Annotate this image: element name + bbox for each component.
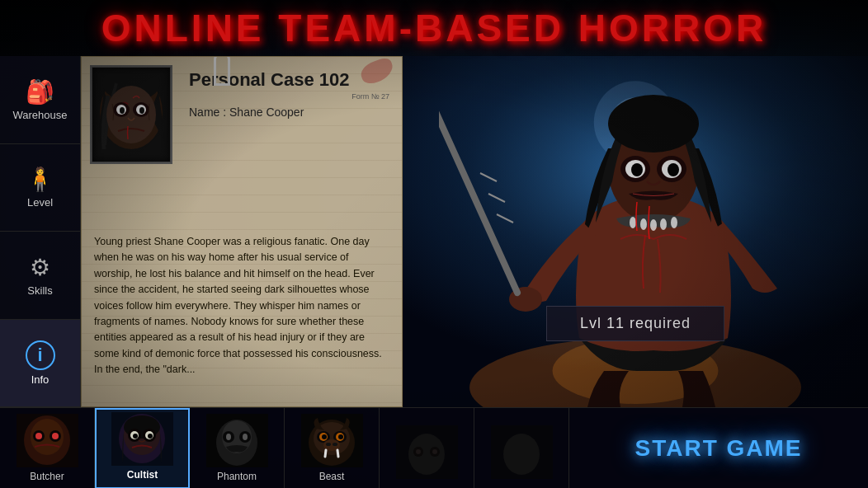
- svg-point-22: [631, 163, 643, 176]
- case-name: Name : Shane Cooper: [189, 106, 389, 119]
- sidebar-label-level: Level: [27, 196, 53, 209]
- char-avatar-butcher: [14, 411, 80, 469]
- level-badge: Lvl 11 required: [546, 306, 724, 341]
- butcher-portrait: [17, 414, 78, 467]
- char-slot-6[interactable]: [474, 408, 569, 488]
- svg-point-17: [608, 95, 699, 152]
- level-icon: 🧍: [26, 166, 54, 193]
- svg-point-74: [333, 443, 337, 446]
- slot6-portrait: [491, 425, 553, 479]
- svg-point-25: [640, 218, 647, 230]
- svg-line-31: [439, 82, 517, 293]
- char-slot-butcher[interactable]: Butcher: [0, 408, 95, 488]
- sidebar-label-warehouse: Warehouse: [13, 109, 68, 121]
- photo-border: [92, 67, 171, 162]
- svg-line-32: [497, 214, 513, 223]
- beast-portrait: [301, 414, 363, 467]
- svg-point-76: [408, 434, 445, 475]
- warehouse-icon: 🎒: [26, 78, 54, 106]
- monster-area: Lvl 11 required: [403, 56, 868, 407]
- character-bar: Butcher: [0, 407, 868, 488]
- char-slot-phantom[interactable]: Phantom: [190, 408, 285, 488]
- svg-point-70: [322, 434, 327, 439]
- level-required-text: Lvl 11 required: [580, 315, 691, 331]
- svg-point-44: [35, 433, 42, 439]
- sidebar-item-skills[interactable]: ⚙ Skills: [0, 232, 80, 320]
- sidebar-item-warehouse[interactable]: 🎒 Warehouse: [0, 56, 80, 144]
- svg-point-26: [650, 219, 657, 231]
- char-avatar-beast: [299, 411, 365, 469]
- title-bar: ONLINE TEAM-BASED HORROR: [0, 0, 868, 56]
- svg-point-24: [630, 217, 636, 228]
- char-avatar-cultist: [110, 410, 176, 467]
- paper-clip: [214, 56, 230, 86]
- svg-point-54: [133, 434, 138, 439]
- char-name-phantom: Phantom: [217, 471, 257, 482]
- svg-point-55: [148, 434, 153, 439]
- svg-line-33: [488, 194, 505, 202]
- case-description: Young priest Shane Cooper was a religiou…: [82, 127, 402, 390]
- slot5-portrait: [396, 425, 458, 479]
- char-avatar-phantom: [204, 411, 270, 469]
- svg-point-79: [416, 449, 421, 454]
- monster-svg: [439, 58, 868, 407]
- char-avatar-5: [394, 423, 460, 481]
- start-game-label: START GAME: [634, 435, 802, 462]
- svg-point-45: [52, 433, 59, 439]
- char-avatar-6: [488, 423, 554, 481]
- char-name-cultist: Cultist: [127, 469, 158, 481]
- char-name-butcher: Butcher: [30, 471, 64, 482]
- svg-point-71: [338, 434, 343, 439]
- svg-point-61: [226, 434, 231, 440]
- start-game-button[interactable]: START GAME: [569, 408, 868, 488]
- svg-point-23: [668, 163, 679, 176]
- char-slot-beast[interactable]: Beast: [285, 408, 380, 488]
- character-photo: [90, 65, 172, 164]
- skills-icon: ⚙: [30, 254, 50, 281]
- svg-point-62: [243, 434, 248, 440]
- svg-point-73: [326, 443, 331, 446]
- sidebar-item-info[interactable]: i Info: [0, 320, 80, 408]
- sidebar: 🎒 Warehouse 🧍 Level ⚙ Skills i Info: [0, 56, 81, 407]
- svg-point-28: [671, 217, 677, 228]
- sidebar-label-info: Info: [31, 373, 50, 386]
- sidebar-item-level[interactable]: 🧍 Level: [0, 144, 80, 232]
- cultist-portrait: [111, 412, 173, 466]
- phantom-portrait: [206, 414, 268, 467]
- game-title: ONLINE TEAM-BASED HORROR: [101, 6, 767, 50]
- char-slot-cultist[interactable]: Cultist: [95, 408, 190, 488]
- char-slot-5[interactable]: [380, 408, 474, 488]
- svg-point-27: [660, 218, 667, 230]
- sidebar-label-skills: Skills: [27, 284, 52, 297]
- case-panel: Personal Case 102 Form № 27 Name : Shane…: [81, 56, 403, 407]
- case-form-number: Form № 27: [189, 92, 389, 101]
- char-name-beast: Beast: [319, 471, 345, 482]
- svg-line-34: [480, 173, 497, 181]
- svg-point-80: [432, 449, 437, 454]
- main-area: Personal Case 102 Form № 27 Name : Shane…: [81, 56, 868, 407]
- info-icon: i: [26, 340, 55, 370]
- svg-point-82: [503, 434, 540, 475]
